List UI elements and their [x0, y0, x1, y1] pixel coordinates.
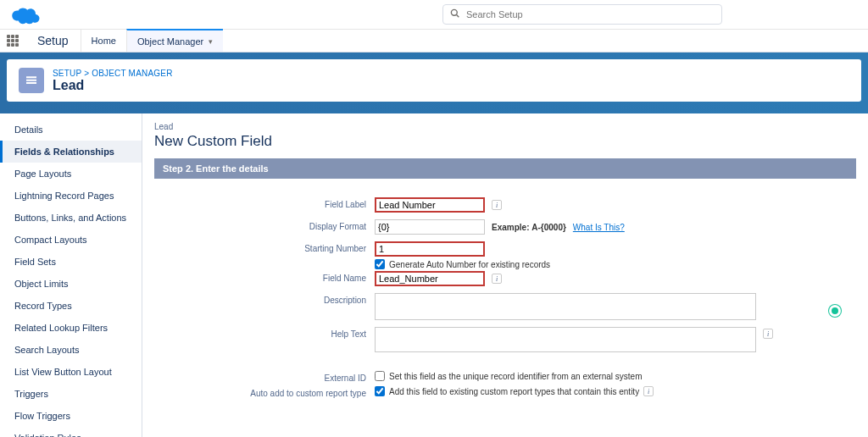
body: Details Fields & Relationships Page Layo…	[0, 113, 868, 437]
main-content: Lead New Custom Field Step 2. Enter the …	[142, 113, 868, 437]
sidebar-item-page-layouts[interactable]: Page Layouts	[0, 163, 142, 185]
checkbox-generate-auto-number[interactable]: Generate Auto Number for existing record…	[375, 259, 550, 269]
global-search-input[interactable]	[465, 8, 715, 20]
page-title: Lead	[53, 78, 173, 93]
wizard-step-bar: Step 2. Enter the details	[154, 158, 856, 179]
chevron-down-icon: ▾	[209, 37, 213, 46]
object-mini-label: Lead	[154, 122, 856, 131]
app-launcher-icon[interactable]	[0, 30, 25, 52]
global-search[interactable]	[442, 4, 722, 25]
checkbox-generate-auto-number-label: Generate Auto Number for existing record…	[389, 260, 550, 269]
info-icon[interactable]: i	[643, 386, 654, 396]
sidebar-item-validation-rules[interactable]: Validation Rules	[0, 427, 142, 437]
sidebar-item-triggers[interactable]: Triggers	[0, 383, 142, 405]
textarea-description[interactable]	[375, 293, 756, 320]
label-display-format: Display Format	[154, 219, 375, 231]
nav-tab-object-manager-label: Object Manager	[137, 36, 203, 47]
page-header-stripe: SETUP > OBJECT MANAGER Lead	[0, 53, 868, 108]
sidebar-item-object-limits[interactable]: Object Limits	[0, 273, 142, 295]
label-field-name: Field Name	[154, 271, 375, 283]
row-starting-number: Starting Number Generate Auto Number for…	[154, 241, 846, 269]
sidebar: Details Fields & Relationships Page Layo…	[0, 113, 142, 437]
row-field-label: Field Label i	[154, 197, 846, 213]
row-field-name: Field Name i	[154, 271, 846, 286]
salesforce-cloud-icon	[10, 4, 41, 25]
input-field-label[interactable]	[375, 197, 485, 213]
svg-line-1	[457, 15, 459, 18]
search-icon	[450, 8, 459, 20]
checkbox-auto-add-report-type-input[interactable]	[375, 386, 385, 396]
checkbox-external-id-label: Set this field as the unique record iden…	[389, 372, 642, 381]
nav-bar: Setup Home Object Manager ▾	[0, 29, 868, 53]
sidebar-item-lightning-record-pages[interactable]: Lightning Record Pages	[0, 185, 142, 207]
breadcrumb[interactable]: SETUP > OBJECT MANAGER	[53, 69, 173, 78]
input-display-format[interactable]	[375, 219, 485, 235]
sidebar-item-list-view-button-layout[interactable]: List View Button Layout	[0, 361, 142, 383]
label-help-text: Help Text	[154, 327, 375, 339]
global-header	[0, 0, 868, 29]
sidebar-item-compact-layouts[interactable]: Compact Layouts	[0, 229, 142, 251]
sidebar-item-flow-triggers[interactable]: Flow Triggers	[0, 405, 142, 427]
input-starting-number[interactable]	[375, 241, 485, 257]
checkbox-external-id[interactable]: Set this field as the unique record iden…	[375, 371, 642, 381]
info-icon[interactable]: i	[492, 200, 502, 210]
row-external-id: External ID Set this field as the unique…	[154, 371, 846, 383]
display-format-example: Example: A-{0000}	[492, 223, 566, 232]
form: Field Label i Display Format Example: A-…	[154, 197, 856, 398]
sidebar-item-fields-relationships[interactable]: Fields & Relationships	[0, 141, 142, 163]
object-icon	[19, 68, 44, 93]
info-icon[interactable]: i	[492, 274, 502, 284]
info-icon[interactable]: i	[763, 329, 773, 339]
nav-tab-object-manager[interactable]: Object Manager ▾	[126, 29, 223, 52]
svg-point-0	[451, 9, 457, 15]
row-auto-add-report-type: Auto add to custom report type Add this …	[154, 386, 846, 398]
checkbox-auto-add-report-type-label: Add this field to existing custom report…	[389, 387, 639, 396]
sidebar-item-search-layouts[interactable]: Search Layouts	[0, 339, 142, 361]
sidebar-item-buttons-links-actions[interactable]: Buttons, Links, and Actions	[0, 207, 142, 229]
label-external-id: External ID	[154, 371, 375, 383]
row-display-format: Display Format Example: A-{0000} What Is…	[154, 219, 846, 235]
checkbox-generate-auto-number-input[interactable]	[375, 259, 385, 269]
sidebar-item-related-lookup-filters[interactable]: Related Lookup Filters	[0, 317, 142, 339]
link-what-is-this[interactable]: What Is This?	[573, 223, 625, 232]
checkbox-auto-add-report-type[interactable]: Add this field to existing custom report…	[375, 386, 654, 396]
row-description: Description	[154, 293, 846, 320]
label-field-label: Field Label	[154, 197, 375, 209]
checkbox-external-id-input[interactable]	[375, 371, 385, 381]
input-field-name[interactable]	[375, 271, 485, 286]
label-description: Description	[154, 293, 375, 305]
nav-tab-home[interactable]: Home	[81, 30, 126, 52]
row-help-text: Help Text i	[154, 327, 846, 352]
sidebar-item-record-types[interactable]: Record Types	[0, 295, 142, 317]
page-subtitle: New Custom Field	[154, 133, 856, 150]
sidebar-item-field-sets[interactable]: Field Sets	[0, 251, 142, 273]
app-name: Setup	[25, 30, 81, 52]
textarea-help-text[interactable]	[375, 327, 756, 352]
label-auto-add-report-type: Auto add to custom report type	[154, 386, 375, 398]
sidebar-item-details[interactable]: Details	[0, 119, 142, 141]
page-header: SETUP > OBJECT MANAGER Lead	[7, 59, 861, 102]
label-starting-number: Starting Number	[154, 241, 375, 253]
